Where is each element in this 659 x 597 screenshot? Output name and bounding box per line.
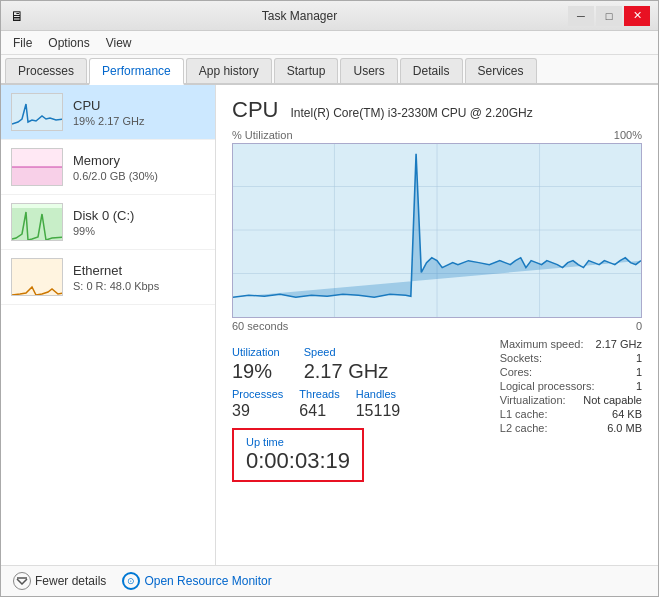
uptime-box: Up time 0:00:03:19 bbox=[232, 428, 364, 482]
bottom-bar: Fewer details ⊙ Open Resource Monitor bbox=[1, 565, 658, 596]
logical-processors-label: Logical processors: bbox=[500, 380, 595, 392]
chart-x-end: 0 bbox=[636, 320, 642, 332]
processes-label: Processes bbox=[232, 388, 283, 400]
l1-cache-value: 64 KB bbox=[612, 408, 642, 420]
open-resource-monitor-button[interactable]: ⊙ Open Resource Monitor bbox=[122, 572, 271, 590]
l1-cache-row: L1 cache: 64 KB bbox=[500, 408, 642, 420]
tab-processes[interactable]: Processes bbox=[5, 58, 87, 83]
cpu-thumbnail bbox=[11, 93, 63, 131]
app-icon: 🖥 bbox=[9, 8, 25, 24]
utilization-value: 19% bbox=[232, 360, 280, 382]
disk-info: Disk 0 (C:) 99% bbox=[73, 208, 205, 237]
threads-label: Threads bbox=[299, 388, 339, 400]
memory-thumbnail bbox=[11, 148, 63, 186]
chart-labels-bottom: 60 seconds 0 bbox=[232, 320, 642, 332]
utilization-label: Utilization bbox=[232, 346, 280, 358]
stats-section: Utilization 19% Speed 2.17 GHz Processes… bbox=[232, 338, 642, 482]
left-stats: Utilization 19% Speed 2.17 GHz Processes… bbox=[232, 338, 500, 482]
threads-value: 641 bbox=[299, 402, 339, 420]
menu-options[interactable]: Options bbox=[40, 34, 97, 52]
ethernet-thumbnail bbox=[11, 258, 63, 296]
speed-stat: Speed 2.17 GHz bbox=[304, 346, 388, 382]
cores-row: Cores: 1 bbox=[500, 366, 642, 378]
speed-value: 2.17 GHz bbox=[304, 360, 388, 382]
svg-rect-2 bbox=[12, 167, 63, 186]
virtualization-label: Virtualization: bbox=[500, 394, 566, 406]
sidebar-item-memory[interactable]: Memory 0.6/2.0 GB (30%) bbox=[1, 140, 215, 195]
chart-labels-top: % Utilization 100% bbox=[232, 129, 642, 141]
ethernet-info: Ethernet S: 0 R: 48.0 Kbps bbox=[73, 263, 205, 292]
speed-label: Speed bbox=[304, 346, 388, 358]
tab-services[interactable]: Services bbox=[465, 58, 537, 83]
cores-value: 1 bbox=[636, 366, 642, 378]
detail-panel: CPU Intel(R) Core(TM) i3-2330M CPU @ 2.2… bbox=[216, 85, 658, 565]
disk-thumbnail bbox=[11, 203, 63, 241]
cpu-chart bbox=[232, 143, 642, 318]
handles-stat: Handles 15119 bbox=[356, 388, 401, 420]
close-button[interactable]: ✕ bbox=[624, 6, 650, 26]
memory-value: 0.6/2.0 GB (30%) bbox=[73, 170, 205, 182]
utilization-stat: Utilization 19% bbox=[232, 346, 280, 382]
sockets-row: Sockets: 1 bbox=[500, 352, 642, 364]
virtualization-value: Not capable bbox=[583, 394, 642, 406]
sockets-label: Sockets: bbox=[500, 352, 542, 364]
tab-app-history[interactable]: App history bbox=[186, 58, 272, 83]
l2-cache-value: 6.0 MB bbox=[607, 422, 642, 434]
l1-cache-label: L1 cache: bbox=[500, 408, 548, 420]
primary-stats: Utilization 19% Speed 2.17 GHz bbox=[232, 346, 500, 382]
fewer-details-icon bbox=[13, 572, 31, 590]
fewer-details-label: Fewer details bbox=[35, 574, 106, 588]
sidebar: CPU 19% 2.17 GHz Memory 0.6/2.0 GB (30%) bbox=[1, 85, 216, 565]
sockets-value: 1 bbox=[636, 352, 642, 364]
sidebar-item-disk[interactable]: Disk 0 (C:) 99% bbox=[1, 195, 215, 250]
processes-value: 39 bbox=[232, 402, 283, 420]
cpu-value: 19% 2.17 GHz bbox=[73, 115, 205, 127]
chart-y-label: % Utilization bbox=[232, 129, 293, 141]
minimize-button[interactable]: ─ bbox=[568, 6, 594, 26]
tab-users[interactable]: Users bbox=[340, 58, 397, 83]
sidebar-item-ethernet[interactable]: Ethernet S: 0 R: 48.0 Kbps bbox=[1, 250, 215, 305]
uptime-label: Up time bbox=[246, 436, 350, 448]
tab-performance[interactable]: Performance bbox=[89, 58, 184, 85]
detail-title: CPU bbox=[232, 97, 278, 123]
menu-view[interactable]: View bbox=[98, 34, 140, 52]
resource-monitor-icon: ⊙ bbox=[122, 572, 140, 590]
memory-info: Memory 0.6/2.0 GB (30%) bbox=[73, 153, 205, 182]
tab-details[interactable]: Details bbox=[400, 58, 463, 83]
ethernet-name: Ethernet bbox=[73, 263, 205, 278]
task-manager-window: 🖥 Task Manager ─ □ ✕ File Options View P… bbox=[0, 0, 659, 597]
window-controls: ─ □ ✕ bbox=[568, 6, 650, 26]
chart-area: % Utilization 100% bbox=[232, 129, 642, 332]
menu-bar: File Options View bbox=[1, 31, 658, 55]
sidebar-item-cpu[interactable]: CPU 19% 2.17 GHz bbox=[1, 85, 215, 140]
max-speed-value: 2.17 GHz bbox=[596, 338, 642, 350]
system-info: Maximum speed: 2.17 GHz Sockets: 1 Cores… bbox=[500, 338, 642, 482]
tab-startup[interactable]: Startup bbox=[274, 58, 339, 83]
l2-cache-row: L2 cache: 6.0 MB bbox=[500, 422, 642, 434]
threads-stat: Threads 641 bbox=[299, 388, 339, 420]
cpu-name: CPU bbox=[73, 98, 205, 113]
uptime-value: 0:00:03:19 bbox=[246, 448, 350, 474]
max-speed-row: Maximum speed: 2.17 GHz bbox=[500, 338, 642, 350]
handles-label: Handles bbox=[356, 388, 401, 400]
handles-value: 15119 bbox=[356, 402, 401, 420]
chart-x-start: 60 seconds bbox=[232, 320, 288, 332]
logical-processors-row: Logical processors: 1 bbox=[500, 380, 642, 392]
processes-stat: Processes 39 bbox=[232, 388, 283, 420]
logical-processors-value: 1 bbox=[636, 380, 642, 392]
detail-header: CPU Intel(R) Core(TM) i3-2330M CPU @ 2.2… bbox=[232, 97, 642, 123]
secondary-stats: Processes 39 Threads 641 Handles 15119 bbox=[232, 388, 500, 420]
window-title: Task Manager bbox=[31, 9, 568, 23]
title-bar: 🖥 Task Manager ─ □ ✕ bbox=[1, 1, 658, 31]
open-resource-monitor-label: Open Resource Monitor bbox=[144, 574, 271, 588]
l2-cache-label: L2 cache: bbox=[500, 422, 548, 434]
main-content: CPU 19% 2.17 GHz Memory 0.6/2.0 GB (30%) bbox=[1, 85, 658, 565]
memory-name: Memory bbox=[73, 153, 205, 168]
svg-rect-0 bbox=[12, 94, 63, 131]
fewer-details-button[interactable]: Fewer details bbox=[13, 572, 106, 590]
detail-subtitle: Intel(R) Core(TM) i3-2330M CPU @ 2.20GHz bbox=[290, 106, 532, 120]
maximize-button[interactable]: □ bbox=[596, 6, 622, 26]
tabs-bar: Processes Performance App history Startu… bbox=[1, 55, 658, 85]
disk-value: 99% bbox=[73, 225, 205, 237]
menu-file[interactable]: File bbox=[5, 34, 40, 52]
